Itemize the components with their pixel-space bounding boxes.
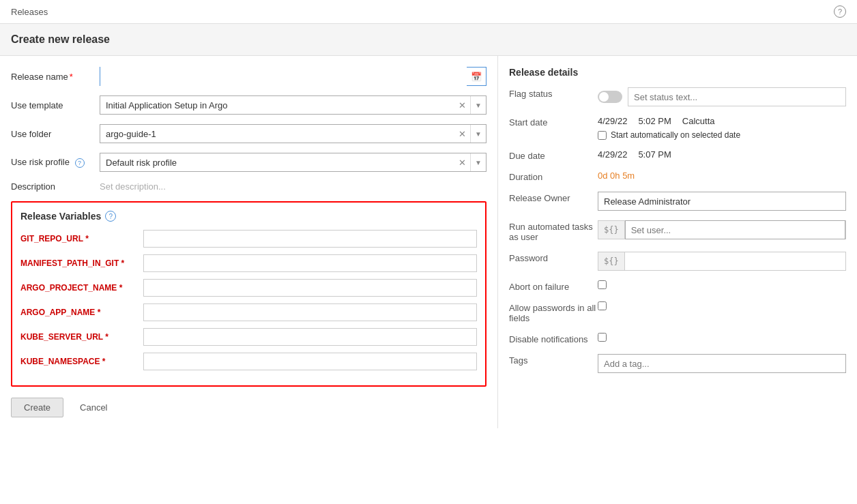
variable-input-wrapper: [143, 230, 477, 248]
page-header: Create new release: [0, 24, 857, 56]
variable-input-2[interactable]: [143, 279, 477, 297]
variable-input-5[interactable]: [143, 353, 477, 370]
abort-on-failure-row: Abort on failure: [509, 280, 846, 292]
release-owner-row: Release Owner: [509, 192, 846, 211]
variable-input-4[interactable]: [143, 328, 477, 346]
password-input[interactable]: [625, 252, 845, 270]
release-owner-input[interactable]: [598, 192, 846, 211]
right-panel: Release details Flag status Start date 4…: [498, 56, 857, 428]
disable-notifications-checkbox[interactable]: [598, 333, 607, 342]
calendar-icon[interactable]: 📅: [467, 72, 486, 82]
release-variables-help-icon[interactable]: ?: [105, 211, 116, 222]
run-tasks-input[interactable]: [625, 220, 845, 239]
use-template-label: Use template: [11, 100, 100, 110]
abort-on-failure-checkbox[interactable]: [598, 280, 607, 289]
page-breadcrumb: Releases: [11, 7, 48, 17]
run-tasks-input-wrapper: ${}: [598, 220, 846, 239]
description-row: Description Set description...: [11, 181, 486, 192]
use-template-row: Use template Initial Application Setup i…: [11, 95, 486, 115]
help-icon[interactable]: ?: [834, 5, 846, 18]
flag-status-input[interactable]: [628, 87, 846, 106]
start-date-row: Start date 4/29/22 5:02 PM Calcutta Star…: [509, 116, 846, 140]
due-time[interactable]: 5:07 PM: [638, 149, 671, 160]
action-buttons: Create Cancel: [11, 398, 486, 417]
variable-label: GIT_REPO_URL *: [20, 234, 143, 243]
flag-status-wrapper: [598, 87, 846, 106]
variable-row: ARGO_PROJECT_NAME *: [20, 279, 477, 297]
allow-passwords-checkbox[interactable]: [598, 301, 607, 310]
password-row: Password ${}: [509, 252, 846, 271]
use-folder-row: Use folder argo-guide-1 ✕ ▼: [11, 124, 486, 143]
release-name-row: Release name* 📅: [11, 67, 486, 86]
tags-row: Tags: [509, 354, 846, 373]
use-risk-profile-arrow[interactable]: ▼: [470, 153, 486, 171]
variable-label: ARGO_APP_NAME *: [20, 308, 143, 317]
use-folder-clear[interactable]: ✕: [454, 129, 470, 139]
start-auto-row: Start automatically on selected date: [598, 130, 846, 140]
release-owner-label: Release Owner: [509, 192, 598, 203]
top-bar: Releases ?: [0, 0, 857, 24]
use-template-clear[interactable]: ✕: [454, 100, 470, 110]
variable-input-1[interactable]: [143, 254, 477, 272]
release-name-field: 📅: [100, 67, 486, 86]
variable-input-3[interactable]: [143, 303, 477, 321]
variable-label: ARGO_PROJECT_NAME *: [20, 283, 143, 293]
description-label: Description: [11, 181, 100, 192]
tags-label: Tags: [509, 354, 598, 366]
password-label: Password: [509, 252, 598, 263]
variable-label: KUBE_SERVER_URL *: [20, 332, 143, 342]
risk-profile-help-icon[interactable]: ?: [75, 158, 85, 168]
tags-input[interactable]: [598, 354, 846, 373]
flag-status-value: [598, 87, 846, 106]
flag-status-row: Flag status: [509, 87, 846, 106]
start-date-value: 4/29/22 5:02 PM Calcutta Start automatic…: [598, 116, 846, 140]
description-field: Set description...: [100, 181, 486, 192]
use-folder-label: Use folder: [11, 129, 100, 139]
start-auto-label: Start automatically on selected date: [611, 130, 740, 140]
use-risk-profile-select[interactable]: Default risk profile ✕ ▼: [100, 153, 486, 172]
variable-input-0[interactable]: [143, 230, 477, 248]
allow-passwords-row: Allow passwords in all fields: [509, 301, 846, 323]
release-name-label: Release name*: [11, 72, 100, 82]
run-tasks-dollar: ${}: [598, 221, 625, 239]
main-content: Release name* 📅 Use template Initial App…: [0, 56, 857, 428]
duration-label: Duration: [509, 171, 598, 182]
release-name-input-wrapper: 📅: [100, 67, 486, 86]
left-panel: Release name* 📅 Use template Initial App…: [0, 56, 498, 428]
allow-passwords-label: Allow passwords in all fields: [509, 301, 598, 323]
due-date[interactable]: 4/29/22: [598, 149, 627, 160]
start-auto-checkbox[interactable]: [598, 131, 607, 140]
variable-input-wrapper: [143, 353, 477, 370]
page-title: Create new release: [11, 33, 846, 46]
variable-input-wrapper: [143, 279, 477, 297]
cancel-button[interactable]: Cancel: [72, 398, 115, 417]
variable-row: GIT_REPO_URL *: [20, 230, 477, 248]
start-timezone: Calcutta: [682, 116, 715, 126]
release-name-input[interactable]: [100, 67, 467, 86]
description-placeholder[interactable]: Set description...: [100, 181, 166, 192]
password-input-wrapper: ${}: [598, 252, 846, 271]
start-date-label: Start date: [509, 116, 598, 128]
create-button[interactable]: Create: [11, 398, 63, 417]
variable-label: KUBE_NAMESPACE *: [20, 357, 143, 366]
variables-container: GIT_REPO_URL *MANIFEST_PATH_IN_GIT *ARGO…: [20, 230, 477, 370]
variable-input-wrapper: [143, 328, 477, 346]
start-date[interactable]: 4/29/22: [598, 116, 627, 126]
start-time[interactable]: 5:02 PM: [638, 116, 671, 126]
use-template-select[interactable]: Initial Application Setup in Argo ✕ ▼: [100, 95, 486, 115]
use-folder-arrow[interactable]: ▼: [470, 125, 486, 143]
abort-on-failure-label: Abort on failure: [509, 280, 598, 292]
variable-row: KUBE_SERVER_URL *: [20, 328, 477, 346]
use-template-value: Initial Application Setup in Argo: [100, 100, 454, 110]
use-risk-profile-clear[interactable]: ✕: [454, 158, 470, 168]
use-template-arrow[interactable]: ▼: [470, 96, 486, 114]
use-folder-value: argo-guide-1: [100, 129, 454, 139]
flag-status-label: Flag status: [509, 87, 598, 99]
disable-notifications-label: Disable notifications: [509, 333, 598, 344]
use-folder-select[interactable]: argo-guide-1 ✕ ▼: [100, 124, 486, 143]
variable-row: ARGO_APP_NAME *: [20, 303, 477, 321]
due-date-time: 4/29/22 5:07 PM: [598, 149, 846, 160]
flag-status-toggle[interactable]: [598, 91, 622, 103]
variable-input-wrapper: [143, 303, 477, 321]
start-date-time: 4/29/22 5:02 PM Calcutta: [598, 116, 846, 126]
